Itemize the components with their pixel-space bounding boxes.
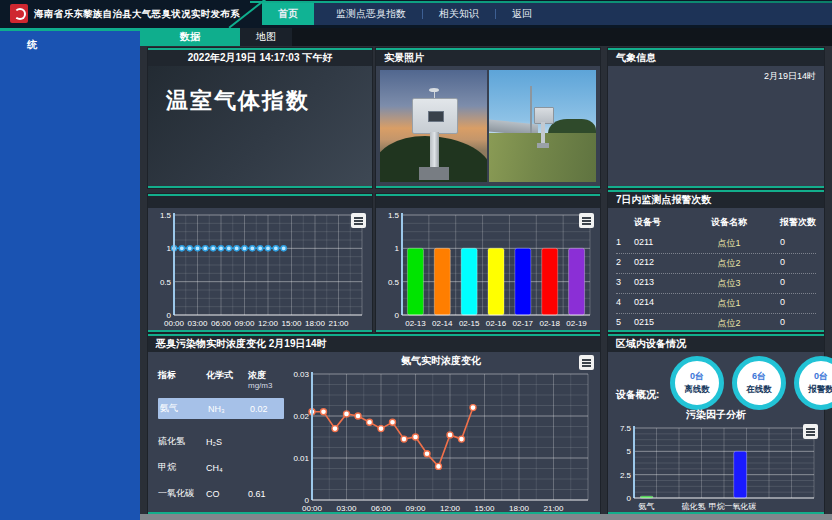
- svg-text:甲烷: 甲烷: [709, 502, 725, 511]
- table-row: 10211点位10: [616, 234, 816, 254]
- factor-chart-title: 污染因子分析: [608, 408, 824, 422]
- svg-text:0.5: 0.5: [388, 278, 400, 287]
- alarm-count-panel: 7日内监测点报警次数 设备号 设备名称 报警次数 10211点位1020212点…: [608, 190, 824, 332]
- sidebar: 统: [0, 28, 140, 520]
- pollutant-panel: 恶臭污染物实时浓度变化 2月19日14时 指标 化学式 浓度 mg/m3 氨气N…: [148, 334, 600, 514]
- device-overview-label: 设备概况:: [616, 388, 659, 402]
- chart-menu-icon[interactable]: [351, 213, 366, 228]
- table-row: 50215点位20: [616, 314, 816, 334]
- photos-panel-title: 实景照片: [376, 50, 600, 66]
- svg-text:21:00: 21:00: [328, 319, 349, 328]
- site-photo-2: [489, 70, 596, 182]
- system-title-overflow: 统: [0, 31, 140, 52]
- svg-text:12:00: 12:00: [440, 504, 461, 513]
- pollutant-panel-title: 恶臭污染物实时浓度变化 2月19日14时: [148, 336, 600, 352]
- svg-text:0.5: 0.5: [160, 278, 172, 287]
- svg-text:0.02: 0.02: [293, 412, 309, 421]
- pollutant-row[interactable]: 硫化氢H₂S: [158, 435, 284, 448]
- chart-menu-icon[interactable]: [579, 213, 594, 228]
- pollutant-row[interactable]: 氨气NH₃0.02: [158, 398, 284, 419]
- conc-unit: mg/m3: [248, 381, 272, 390]
- greenhouse-index-line-chart: 00.511.500:0003:0006:0009:0012:0015:0018…: [150, 209, 368, 329]
- svg-text:15:00: 15:00: [281, 319, 302, 328]
- svg-text:18:00: 18:00: [509, 504, 530, 513]
- svg-text:0: 0: [395, 311, 400, 320]
- pollutant-row[interactable]: 甲烷CH₄: [158, 461, 284, 474]
- photos-panel: 实景照片: [376, 48, 600, 188]
- pollutant-table-rows: 氨气NH₃0.02硫化氢H₂S甲烷CH₄一氧化碳CO0.61: [158, 398, 284, 500]
- weather-panel: 气象信息 2月19日14时: [608, 48, 824, 188]
- svg-text:02-17: 02-17: [513, 319, 534, 328]
- nav-home[interactable]: 首页: [262, 3, 314, 25]
- svg-text:15:00: 15:00: [474, 504, 495, 513]
- svg-text:02-14: 02-14: [432, 319, 453, 328]
- view-tabs: 数据 地图: [140, 28, 832, 46]
- svg-text:06:00: 06:00: [211, 319, 232, 328]
- svg-text:02-13: 02-13: [405, 319, 426, 328]
- svg-text:7.5: 7.5: [620, 424, 632, 433]
- pollution-factor-bar-chart: 02.557.5氨气硫化氢甲烷一氧化碳: [612, 422, 820, 512]
- table-row: 30213点位30: [616, 274, 816, 294]
- site-photo-1: [380, 70, 487, 182]
- daily-index-bar-chart: 00.511.502-1302-1402-1502-1602-1702-1802…: [378, 209, 596, 329]
- greenhouse-index-panel: 2022年2月19日 14:17:03 下午好 温室气体指数: [148, 48, 372, 188]
- stat-online: 6台 在线数: [732, 356, 786, 410]
- bottom-scroll-strip[interactable]: [140, 514, 832, 520]
- svg-text:00:00: 00:00: [302, 504, 323, 513]
- svg-text:02-15: 02-15: [459, 319, 480, 328]
- daily-index-panel: 00.511.502-1302-1402-1502-1602-1702-1802…: [376, 194, 600, 332]
- svg-text:03:00: 03:00: [187, 319, 208, 328]
- svg-text:12:00: 12:00: [258, 319, 279, 328]
- pollutant-table: 指标 化学式 浓度 mg/m3 氨气NH₃0.02硫化氢H₂S甲烷CH₄一氧化碳…: [158, 370, 284, 500]
- device-stats: 0台 离线数 6台 在线数 0台 报警数: [670, 356, 832, 410]
- svg-text:5: 5: [627, 447, 632, 456]
- svg-text:21:00: 21:00: [543, 504, 564, 513]
- nav-odor-index[interactable]: 监测点恶臭指数: [320, 3, 422, 25]
- weather-timestamp: 2月19日14时: [764, 70, 816, 83]
- alarm-panel-title: 7日内监测点报警次数: [608, 192, 824, 208]
- svg-text:03:00: 03:00: [336, 504, 357, 513]
- svg-text:0: 0: [627, 494, 632, 503]
- svg-text:1: 1: [395, 244, 400, 253]
- svg-text:1.5: 1.5: [160, 211, 172, 220]
- nav-knowledge[interactable]: 相关知识: [423, 3, 495, 25]
- svg-text:氨气: 氨气: [639, 502, 655, 511]
- weather-panel-title: 气象信息: [608, 50, 824, 66]
- devices-panel-title: 区域内设备情况: [608, 336, 824, 352]
- main-nav: 首页 监测点恶臭指数 相关知识 返回: [262, 3, 832, 25]
- svg-text:00:00: 00:00: [164, 319, 185, 328]
- stat-alarm: 0台 报警数: [794, 356, 832, 410]
- nav-back[interactable]: 返回: [496, 3, 548, 25]
- devices-panel: 区域内设备情况 设备概况: 0台 离线数 6台 在线数 0台 报警数 污染因子分…: [608, 334, 824, 514]
- svg-text:2.5: 2.5: [620, 471, 632, 480]
- svg-text:1.5: 1.5: [388, 211, 400, 220]
- chart-menu-icon[interactable]: [579, 355, 594, 370]
- chart-menu-icon[interactable]: [803, 424, 818, 439]
- alarm-table-header: 设备号 设备名称 报警次数: [616, 212, 816, 234]
- svg-text:18:00: 18:00: [305, 319, 326, 328]
- app-header: 海南省乐东黎族自治县大气恶臭状况实时发布系 首页 监测点恶臭指数 相关知识 返回: [0, 0, 832, 28]
- svg-text:02-16: 02-16: [486, 319, 507, 328]
- svg-text:0.03: 0.03: [293, 370, 309, 379]
- datetime-label: 2022年2月19日 14:17:03 下午好: [148, 50, 372, 66]
- table-row: 40214点位10: [616, 294, 816, 314]
- pollutant-table-header: 指标 化学式 浓度 mg/m3: [158, 370, 284, 391]
- svg-text:06:00: 06:00: [371, 504, 392, 513]
- svg-text:02-19: 02-19: [566, 319, 587, 328]
- system-title: 海南省乐东黎族自治县大气恶臭状况实时发布系: [34, 0, 240, 28]
- tab-map[interactable]: 地图: [240, 28, 292, 46]
- app-logo-icon: [10, 4, 28, 23]
- table-row: 20212点位20: [616, 254, 816, 274]
- svg-text:09:00: 09:00: [234, 319, 255, 328]
- svg-text:09:00: 09:00: [405, 504, 426, 513]
- nh3-chart-title: 氨气实时浓度变化: [286, 354, 596, 368]
- tab-data[interactable]: 数据: [140, 28, 240, 46]
- nh3-trend-line-chart: 00.010.020.0300:0003:0006:0009:0012:0015…: [286, 368, 594, 514]
- pollutant-row[interactable]: 一氧化碳CO0.61: [158, 487, 284, 500]
- stat-offline: 0台 离线数: [670, 356, 724, 410]
- greenhouse-trend-panel: 00.511.500:0003:0006:0009:0012:0015:0018…: [148, 194, 372, 332]
- svg-text:0.01: 0.01: [293, 454, 309, 463]
- greenhouse-headline: 温室气体指数: [166, 86, 310, 116]
- svg-text:硫化氢: 硫化氢: [681, 502, 705, 511]
- svg-text:02-18: 02-18: [539, 319, 560, 328]
